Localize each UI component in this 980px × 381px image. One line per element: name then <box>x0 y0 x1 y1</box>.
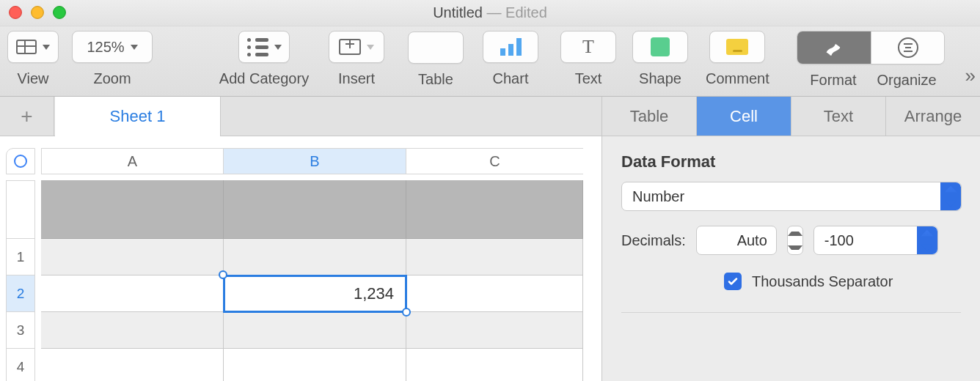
tab-label: Table <box>630 107 669 126</box>
cell[interactable] <box>406 349 583 381</box>
row-label: 1 <box>17 249 25 265</box>
row-header-0[interactable] <box>6 180 35 239</box>
insert-icon <box>339 39 361 55</box>
insert-button[interactable] <box>329 31 384 63</box>
thousands-checkbox[interactable] <box>724 273 742 290</box>
column-label: B <box>310 153 319 170</box>
cell[interactable] <box>406 275 583 312</box>
comment-icon <box>726 39 748 55</box>
selection-handle-icon[interactable] <box>219 270 227 279</box>
chart-label: Chart <box>483 70 538 87</box>
negative-format-select[interactable]: -100 <box>813 226 938 255</box>
cell[interactable] <box>41 239 224 275</box>
brush-icon <box>824 37 844 58</box>
cell[interactable] <box>406 180 583 239</box>
cell[interactable] <box>41 275 224 312</box>
row-header-2[interactable]: 2 <box>6 275 35 312</box>
view-icon <box>16 40 37 54</box>
cell[interactable] <box>224 180 406 239</box>
decimals-value: Auto <box>737 232 767 249</box>
shape-button[interactable] <box>632 31 688 63</box>
cell[interactable] <box>406 239 583 275</box>
spreadsheet: A B C 1 2 3 4 1,234 <box>0 136 601 381</box>
zoom-value: 125% <box>87 39 124 56</box>
inspector-tabs: Table Cell Text Arrange <box>602 97 980 136</box>
chart-icon <box>500 38 522 56</box>
cell[interactable] <box>406 312 583 349</box>
inspector-body: Data Format Number Decimals: Auto -100 <box>602 136 980 329</box>
tab-text[interactable]: Text <box>791 97 886 136</box>
sheet-tab-1[interactable]: Sheet 1 <box>55 97 221 136</box>
updown-icon <box>940 182 961 210</box>
add-sheet-button[interactable]: + <box>0 97 54 136</box>
doc-title: Untitled <box>433 4 483 21</box>
data-format-title: Data Format <box>621 152 961 171</box>
cell[interactable] <box>224 239 406 275</box>
check-icon <box>727 275 739 287</box>
chevron-down-icon <box>131 45 138 50</box>
selection-handle-icon[interactable] <box>402 308 411 317</box>
stepper-down-icon <box>788 240 802 254</box>
add-category-button[interactable] <box>238 31 290 63</box>
cells: 1,234 <box>41 180 583 381</box>
organize-label: Organize <box>870 72 943 89</box>
row-label: 4 <box>17 359 25 375</box>
toolbar-overflow-icon[interactable]: » <box>965 64 976 87</box>
divider <box>621 312 961 313</box>
format-button[interactable] <box>797 32 871 64</box>
row-label: 2 <box>17 286 25 302</box>
comment-label: Comment <box>706 70 769 87</box>
table-icon <box>425 39 447 56</box>
cell[interactable] <box>41 312 224 349</box>
cell[interactable] <box>41 349 224 381</box>
table-corner-handle[interactable] <box>6 148 35 174</box>
column-header-a[interactable]: A <box>41 148 224 174</box>
insert-label: Insert <box>329 70 384 87</box>
cell[interactable] <box>224 349 406 381</box>
list-icon <box>247 38 268 56</box>
data-format-select[interactable]: Number <box>621 182 962 211</box>
negative-value: -100 <box>824 232 854 249</box>
selected-cell-b2[interactable]: 1,234 <box>224 275 406 312</box>
zoom-button[interactable]: 125% <box>72 31 153 63</box>
tab-label: Text <box>824 107 853 126</box>
column-label: A <box>128 153 137 170</box>
decimals-field[interactable]: Auto <box>696 226 777 255</box>
data-format-value: Number <box>632 188 684 205</box>
circle-icon <box>14 155 27 168</box>
column-label: C <box>489 153 500 170</box>
column-header-b[interactable]: B <box>224 148 406 174</box>
cell[interactable] <box>224 312 406 349</box>
thousands-label: Thousands Separator <box>752 273 893 290</box>
doc-edited: — Edited <box>483 4 547 21</box>
row-header-3[interactable]: 3 <box>6 312 35 349</box>
tab-cell[interactable]: Cell <box>697 97 791 136</box>
chevron-down-icon <box>367 45 374 50</box>
column-header-c[interactable]: C <box>406 148 583 174</box>
add-category-label: Add Category <box>213 70 315 87</box>
row-label: 3 <box>17 322 25 339</box>
chevron-down-icon <box>274 45 282 50</box>
sheet-tab-bar: + Sheet 1 <box>0 97 601 136</box>
text-button[interactable]: T <box>560 31 616 63</box>
format-label: Format <box>797 72 870 89</box>
tab-table[interactable]: Table <box>602 97 697 136</box>
chevron-down-icon <box>43 45 50 50</box>
tab-arrange[interactable]: Arrange <box>886 97 980 136</box>
comment-button[interactable] <box>709 31 765 63</box>
decimals-stepper[interactable] <box>787 226 803 255</box>
inspector: Table Cell Text Arrange Data Format Numb… <box>601 97 980 381</box>
row-header-1[interactable]: 1 <box>6 239 35 275</box>
toolbar: View 125% Zoom Add Category Insert <box>0 26 980 97</box>
chart-button[interactable] <box>483 31 538 63</box>
window-title: Untitled — Edited <box>0 4 980 21</box>
organize-button[interactable] <box>871 32 944 64</box>
row-header-4[interactable]: 4 <box>6 349 35 381</box>
row-headers: 1 2 3 4 <box>6 180 35 381</box>
cell[interactable] <box>41 180 224 239</box>
updown-icon <box>917 226 937 254</box>
organize-icon <box>898 37 918 58</box>
column-headers: A B C <box>41 148 583 174</box>
view-button[interactable] <box>7 31 59 63</box>
table-button[interactable] <box>408 32 464 64</box>
